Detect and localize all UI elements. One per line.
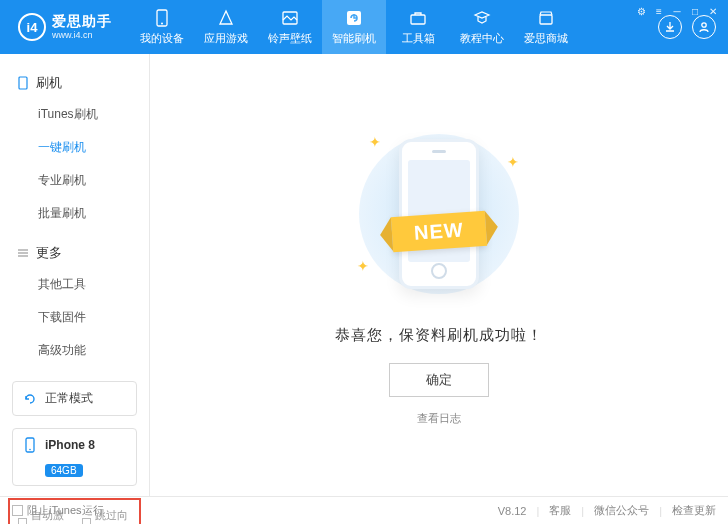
checkbox-icon xyxy=(12,505,23,516)
sidebar-item-download-firmware[interactable]: 下载固件 xyxy=(0,301,149,334)
sidebar-section-flash[interactable]: 刷机 xyxy=(0,68,149,98)
tutorial-icon xyxy=(473,9,491,27)
close-button[interactable]: ✕ xyxy=(706,4,720,18)
store-icon xyxy=(537,9,555,27)
phone-icon xyxy=(153,9,171,27)
nav-store[interactable]: 爱思商城 xyxy=(514,0,578,54)
nav-tutorials[interactable]: 教程中心 xyxy=(450,0,514,54)
section-title: 更多 xyxy=(36,244,62,262)
nav-flash[interactable]: 智能刷机 xyxy=(322,0,386,54)
flash-icon xyxy=(345,9,363,27)
brand-name: 爱思助手 xyxy=(52,13,112,30)
svg-rect-5 xyxy=(540,15,552,24)
sidebar-item-pro-flash[interactable]: 专业刷机 xyxy=(0,164,149,197)
success-message: 恭喜您，保资料刷机成功啦！ xyxy=(335,326,543,345)
minimize-button[interactable]: ─ xyxy=(670,4,684,18)
svg-point-6 xyxy=(702,23,706,27)
nav-label: 爱思商城 xyxy=(524,31,568,46)
nav-label: 应用游戏 xyxy=(204,31,248,46)
download-button[interactable] xyxy=(658,15,682,39)
apps-icon xyxy=(217,9,235,27)
block-itunes-checkbox[interactable]: 阻止iTunes运行 xyxy=(12,503,104,518)
device-selector[interactable]: iPhone 8 64GB xyxy=(12,428,137,486)
menu-icon[interactable]: ≡ xyxy=(652,4,666,18)
logo-icon: i4 xyxy=(18,13,46,41)
svg-point-1 xyxy=(161,22,163,24)
header-bar: i4 爱思助手 www.i4.cn 我的设备 应用游戏 铃声壁纸 智能刷机 工具… xyxy=(0,0,728,54)
section-title: 刷机 xyxy=(36,74,62,92)
brand: i4 爱思助手 www.i4.cn xyxy=(8,13,122,41)
phone-outline-icon xyxy=(16,76,30,90)
success-illustration: ✦ ✦ ✦ NEW xyxy=(339,124,539,304)
nav-toolbox[interactable]: 工具箱 xyxy=(386,0,450,54)
svg-rect-7 xyxy=(19,77,27,89)
nav-my-device[interactable]: 我的设备 xyxy=(130,0,194,54)
storage-badge: 64GB xyxy=(45,464,83,477)
sidebar-item-itunes-flash[interactable]: iTunes刷机 xyxy=(0,98,149,131)
checkbox-label: 阻止iTunes运行 xyxy=(27,503,104,518)
device-name: iPhone 8 xyxy=(45,438,95,452)
settings-icon[interactable]: ⚙ xyxy=(634,4,648,18)
support-link[interactable]: 客服 xyxy=(549,503,571,518)
new-ribbon: NEW xyxy=(391,211,487,252)
version-label: V8.12 xyxy=(498,505,527,517)
ok-button[interactable]: 确定 xyxy=(389,363,489,397)
view-log-link[interactable]: 查看日志 xyxy=(417,411,461,426)
sidebar-item-other-tools[interactable]: 其他工具 xyxy=(0,268,149,301)
nav-ringtones[interactable]: 铃声壁纸 xyxy=(258,0,322,54)
sidebar-item-batch-flash[interactable]: 批量刷机 xyxy=(0,197,149,230)
device-icon xyxy=(23,437,37,453)
svg-rect-4 xyxy=(411,15,425,24)
user-button[interactable] xyxy=(692,15,716,39)
brand-url: www.i4.cn xyxy=(52,30,112,41)
main-content: ✦ ✦ ✦ NEW 恭喜您，保资料刷机成功啦！ 确定 查看日志 xyxy=(150,54,728,496)
wallpaper-icon xyxy=(281,9,299,27)
maximize-button[interactable]: □ xyxy=(688,4,702,18)
checkbox-icon xyxy=(82,518,91,525)
nav-apps[interactable]: 应用游戏 xyxy=(194,0,258,54)
wechat-link[interactable]: 微信公众号 xyxy=(594,503,649,518)
nav-label: 我的设备 xyxy=(140,31,184,46)
checkbox-icon xyxy=(18,518,27,525)
svg-point-9 xyxy=(29,449,31,451)
nav-label: 铃声壁纸 xyxy=(268,31,312,46)
mode-selector[interactable]: 正常模式 xyxy=(12,381,137,416)
sidebar-item-oneclick-flash[interactable]: 一键刷机 xyxy=(0,131,149,164)
check-update-link[interactable]: 检查更新 xyxy=(672,503,716,518)
menu-lines-icon xyxy=(16,246,30,260)
top-nav: 我的设备 应用游戏 铃声壁纸 智能刷机 工具箱 教程中心 爱思商城 xyxy=(130,0,578,54)
nav-label: 教程中心 xyxy=(460,31,504,46)
toolbox-icon xyxy=(409,9,427,27)
mode-label: 正常模式 xyxy=(45,390,93,407)
nav-label: 工具箱 xyxy=(402,31,435,46)
sidebar-item-advanced[interactable]: 高级功能 xyxy=(0,334,149,367)
refresh-icon xyxy=(23,392,37,406)
sidebar: 刷机 iTunes刷机 一键刷机 专业刷机 批量刷机 更多 其他工具 下载固件 … xyxy=(0,54,150,496)
nav-label: 智能刷机 xyxy=(332,31,376,46)
sidebar-section-more[interactable]: 更多 xyxy=(0,238,149,268)
